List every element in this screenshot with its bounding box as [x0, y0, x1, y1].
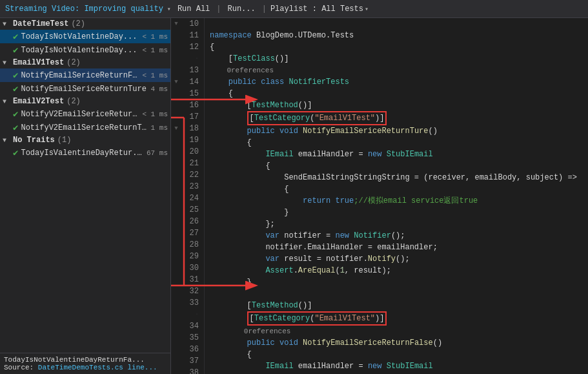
group-emailv1-header[interactable]: ▼ EmailV1Test (2): [0, 57, 170, 68]
test-name: NotifyEmailSericeReturnF...: [21, 71, 139, 80]
test-time: < 1 ms: [142, 110, 168, 118]
test-item[interactable]: ✔ NotifyEmailSericeReturnTure 4 ms: [0, 82, 170, 96]
source-info: Source: DateTimeDemoTests.cs line...: [4, 364, 167, 371]
test-item[interactable]: ✔ NotifyV2EmailSericeRetur... < 1 ms: [0, 107, 170, 121]
toolbar-title: Streaming Video: Improving quality: [5, 5, 163, 14]
group-no-traits-header[interactable]: ▼ No Traits (1): [0, 134, 170, 146]
editor-gutter: ▼ ▼ ▼: [171, 18, 181, 374]
playlist-selector[interactable]: Playlist : All Tests ▾: [270, 5, 369, 14]
pass-icon: ✔: [13, 83, 18, 94]
test-item[interactable]: ✔ TodayIsNotValentineDay... < 1 ms: [0, 30, 170, 43]
code-area: ▼ ▼ ▼ 10 11 12 · 13 14 15 16 17: [171, 18, 588, 374]
playlist-label: Playlist : All Tests: [270, 5, 363, 14]
collapse-btn[interactable]: ▼: [171, 18, 181, 30]
test-name: NotifyV2EmailSericeRetur...: [21, 110, 139, 119]
selected-test-name: TodayIsNotValentineDayReturnFa...: [4, 356, 167, 364]
group-no-traits: ▼ No Traits (1) ✔ TodayIsValentineDayRet…: [0, 134, 170, 160]
toolbar-separator2: |: [262, 5, 267, 14]
spacer: [171, 99, 181, 111]
run-button[interactable]: Run...: [225, 3, 258, 15]
source-label: Source:: [4, 364, 38, 371]
test-time: < 1 ms: [142, 72, 168, 79]
pass-icon: ✔: [13, 109, 18, 119]
group-datetime: ▼ DateTimeTest (2) ✔ TodayIsNotValentine…: [0, 18, 170, 57]
pass-icon: ✔: [13, 147, 18, 158]
group-emailv2-count: (2): [66, 97, 81, 106]
toolbar-dropdown-icon[interactable]: ▾: [167, 5, 171, 13]
test-time: 1 ms: [151, 124, 168, 132]
spacer: [171, 88, 181, 99]
group-emailv1-count: (2): [66, 58, 81, 67]
test-name: NotifyV2EmailSericeReturnT...: [21, 123, 148, 132]
sidebar-bottom-info: TodayIsNotValentineDayReturnFa... Source…: [0, 353, 170, 374]
playlist-dropdown-icon: ▾: [365, 5, 369, 13]
test-item[interactable]: ✔ NotifyV2EmailSericeReturnT... 1 ms: [0, 121, 170, 134]
test-time: < 1 ms: [142, 47, 168, 54]
code-editor[interactable]: ▼ ▼ ▼ 10 11 12 · 13 14 15 16 17: [171, 18, 588, 374]
line-numbers: 10 11 12 · 13 14 15 16 17 18 19 20 21 22…: [181, 18, 205, 374]
test-item[interactable]: ✔ TodayIsNotValentineDay... < 1 ms: [0, 43, 170, 57]
pass-icon: ✔: [13, 45, 18, 56]
group-datetime-count: (2): [71, 19, 85, 28]
toolbar-separator: |: [216, 5, 221, 14]
spacer: [171, 53, 181, 76]
chevron-down-icon: ▼: [3, 21, 10, 28]
test-tree[interactable]: ▼ DateTimeTest (2) ✔ TodayIsNotValentine…: [0, 18, 170, 353]
group-emailv1-label: EmailV1Test: [13, 58, 64, 67]
test-name: TodayIsNotValentineDay...: [21, 46, 139, 55]
group-emailv1: ▼ EmailV1Test (2) ✔ NotifyEmailSericeRet…: [0, 57, 170, 96]
group-emailv2-label: EmailV2Test: [13, 97, 64, 106]
run-all-button[interactable]: Run All: [175, 3, 212, 15]
collapse-btn[interactable]: ▼: [171, 76, 181, 88]
chevron-down-icon: ▼: [3, 98, 10, 105]
source-link[interactable]: DateTimeDemoTests.cs line...: [38, 364, 157, 371]
group-no-traits-count: (1): [57, 136, 72, 145]
test-name: NotifyEmailSericeReturnTure: [21, 85, 148, 94]
pass-icon: ✔: [13, 122, 18, 133]
collapse-btn[interactable]: ▼: [171, 123, 181, 134]
pass-icon: ✔: [13, 31, 18, 42]
test-explorer-sidebar: ▼ DateTimeTest (2) ✔ TodayIsNotValentine…: [0, 18, 171, 374]
test-name: TodayIsValentineDayRetur...: [21, 149, 144, 158]
test-time: < 1 ms: [142, 33, 168, 41]
code-content: namespace BlogDemo.UTDemo.Tests { [TestC…: [205, 18, 588, 374]
chevron-down-icon: ▼: [3, 137, 10, 144]
chevron-down-icon: ▼: [3, 59, 10, 67]
spacer: [171, 111, 181, 123]
spacer: [171, 30, 181, 41]
group-datetime-label: DateTimeTest: [13, 19, 68, 28]
group-datetime-header[interactable]: ▼ DateTimeTest (2): [0, 18, 170, 30]
group-emailv2-header[interactable]: ▼ EmailV2Test (2): [0, 96, 170, 107]
test-item[interactable]: ✔ NotifyEmailSericeReturnF... < 1 ms: [0, 68, 170, 82]
pass-icon: ✔: [13, 70, 18, 81]
test-item[interactable]: ✔ TodayIsValentineDayRetur... 67 ms: [0, 146, 170, 160]
group-emailv2: ▼ EmailV2Test (2) ✔ NotifyV2EmailSericeR…: [0, 96, 170, 134]
test-name: TodayIsNotValentineDay...: [21, 32, 139, 41]
toolbar: Streaming Video: Improving quality ▾ Run…: [0, 0, 588, 18]
test-time: 67 ms: [147, 149, 168, 157]
main-area: ▼ DateTimeTest (2) ✔ TodayIsNotValentine…: [0, 18, 588, 374]
test-time: 4 ms: [151, 85, 168, 93]
spacer: [171, 41, 181, 53]
group-no-traits-label: No Traits: [13, 136, 55, 145]
highlight-line-16: [TestCategory("EmailV1Test")]: [247, 111, 387, 125]
highlight-line-33: [TestCategory("EmailV1Test")]: [247, 311, 387, 326]
